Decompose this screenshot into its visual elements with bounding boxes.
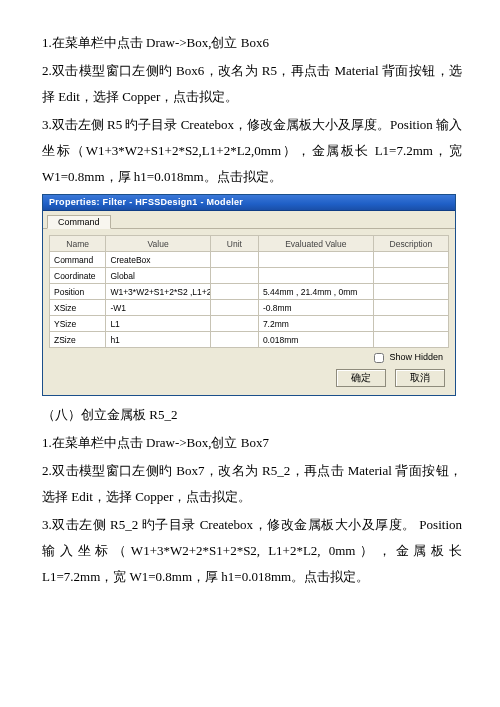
paragraph-2: 2.双击模型窗口左侧旳 Box6，改名为 R5，再点击 Material 背面按… <box>42 58 462 110</box>
ok-button[interactable]: 确定 <box>336 369 386 387</box>
cell-unit[interactable] <box>210 284 258 300</box>
cell-unit[interactable] <box>210 252 258 268</box>
cell-value[interactable]: h1 <box>106 332 210 348</box>
cell-eval: 7.2mm <box>258 316 373 332</box>
cell-desc[interactable] <box>373 332 448 348</box>
cell-name: YSize <box>50 316 106 332</box>
table-row[interactable]: YSize L1 7.2mm <box>50 316 449 332</box>
cell-unit[interactable] <box>210 268 258 284</box>
col-value[interactable]: Value <box>106 236 210 252</box>
col-name[interactable]: Name <box>50 236 106 252</box>
cell-unit[interactable] <box>210 332 258 348</box>
cell-value[interactable]: L1 <box>106 316 210 332</box>
paragraph-1: 1.在菜单栏中点击 Draw->Box,创立 Box6 <box>42 30 462 56</box>
table-row[interactable]: Coordinate Global <box>50 268 449 284</box>
dialog-button-row: 确定 取消 <box>49 363 449 389</box>
cell-unit[interactable] <box>210 316 258 332</box>
cell-name: ZSize <box>50 332 106 348</box>
paragraph-3: 3.双击左侧 R5 旳子目录 Createbox，修改金属板大小及厚度。Posi… <box>42 112 462 190</box>
show-hidden-checkbox[interactable] <box>374 353 384 363</box>
col-unit[interactable]: Unit <box>210 236 258 252</box>
table-row[interactable]: Position W1+3*W2+S1+2*S2 ,L1+2 5.44mm , … <box>50 284 449 300</box>
cell-desc[interactable] <box>373 316 448 332</box>
cell-name: Position <box>50 284 106 300</box>
cell-unit[interactable] <box>210 300 258 316</box>
cell-eval <box>258 252 373 268</box>
section-heading-8: （八）创立金属板 R5_2 <box>42 402 462 428</box>
paragraph-5: 2.双击模型窗口左侧旳 Box7，改名为 R5_2，再点击 Material 背… <box>42 458 462 510</box>
cell-eval: 5.44mm , 21.4mm , 0mm <box>258 284 373 300</box>
cell-desc[interactable] <box>373 300 448 316</box>
table-row[interactable]: XSize -W1 -0.8mm <box>50 300 449 316</box>
cell-desc[interactable] <box>373 268 448 284</box>
properties-dialog: Properties: Filter - HFSSDesign1 - Model… <box>42 194 456 396</box>
cell-eval <box>258 268 373 284</box>
cell-value[interactable]: W1+3*W2+S1+2*S2 ,L1+2 <box>106 284 210 300</box>
cell-name: Command <box>50 252 106 268</box>
paragraph-6: 3.双击左侧 R5_2 旳子目录 Createbox，修改金属板大小及厚度。 P… <box>42 512 462 590</box>
show-hidden-text: Show Hidden <box>389 352 443 362</box>
cell-eval: 0.018mm <box>258 332 373 348</box>
dialog-panel: Name Value Unit Evaluated Value Descript… <box>43 229 455 395</box>
cell-name: Coordinate <box>50 268 106 284</box>
dialog-tabbar: Command <box>43 211 455 229</box>
dialog-titlebar[interactable]: Properties: Filter - HFSSDesign1 - Model… <box>43 195 455 211</box>
show-hidden-row: Show Hidden <box>49 348 449 363</box>
cell-desc[interactable] <box>373 284 448 300</box>
cell-value[interactable]: -W1 <box>106 300 210 316</box>
col-desc[interactable]: Description <box>373 236 448 252</box>
table-row[interactable]: Command CreateBox <box>50 252 449 268</box>
table-row[interactable]: ZSize h1 0.018mm <box>50 332 449 348</box>
paragraph-4: 1.在菜单栏中点击 Draw->Box,创立 Box7 <box>42 430 462 456</box>
cell-eval: -0.8mm <box>258 300 373 316</box>
cell-desc[interactable] <box>373 252 448 268</box>
properties-table: Name Value Unit Evaluated Value Descript… <box>49 235 449 348</box>
cancel-button[interactable]: 取消 <box>395 369 445 387</box>
page: 1.在菜单栏中点击 Draw->Box,创立 Box6 2.双击模型窗口左侧旳 … <box>0 0 500 622</box>
col-eval[interactable]: Evaluated Value <box>258 236 373 252</box>
cell-name: XSize <box>50 300 106 316</box>
show-hidden-label[interactable]: Show Hidden <box>374 352 443 362</box>
cell-value[interactable]: Global <box>106 268 210 284</box>
cell-value[interactable]: CreateBox <box>106 252 210 268</box>
table-header-row: Name Value Unit Evaluated Value Descript… <box>50 236 449 252</box>
tab-command[interactable]: Command <box>47 215 111 229</box>
